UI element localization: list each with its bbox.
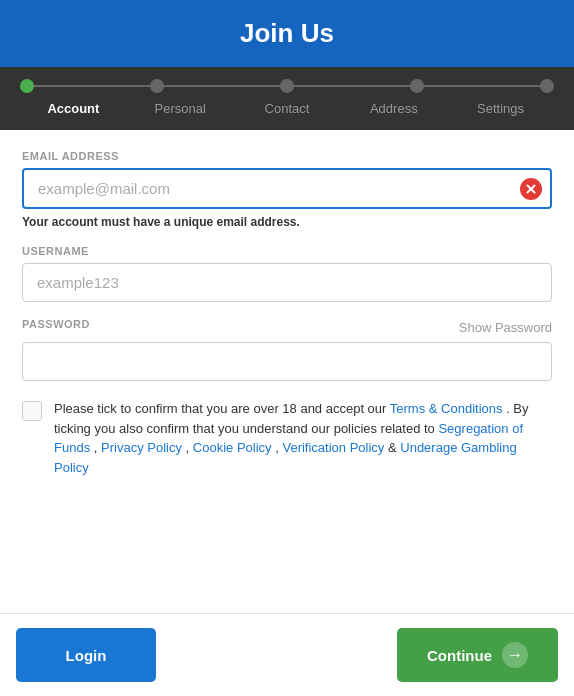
login-button[interactable]: Login xyxy=(16,628,156,682)
stepper-track xyxy=(20,79,554,93)
stepper-label-address: Address xyxy=(340,101,447,116)
email-input[interactable] xyxy=(22,168,552,209)
username-label: USERNAME xyxy=(22,245,552,257)
show-password-button[interactable]: Show Password xyxy=(459,320,552,335)
username-field-group: USERNAME xyxy=(22,245,552,302)
stepper-label-account: Account xyxy=(20,101,127,116)
terms-text-3: , xyxy=(94,440,98,455)
stepper-labels: Account Personal Contact Address Setting… xyxy=(20,101,554,116)
terms-link-5[interactable]: Verification Policy xyxy=(282,440,384,455)
stepper-label-contact: Contact xyxy=(234,101,341,116)
page-header: Join Us xyxy=(0,0,574,67)
stepper-label-settings: Settings xyxy=(447,101,554,116)
continue-arrow-icon: → xyxy=(502,642,528,668)
email-field-group: EMAIL ADDRESS Your account must have a u… xyxy=(22,150,552,229)
email-input-wrapper xyxy=(22,168,552,209)
terms-checkbox[interactable] xyxy=(22,401,42,421)
email-label: EMAIL ADDRESS xyxy=(22,150,552,162)
password-field-group: PASSWORD Show Password xyxy=(22,318,552,381)
stepper-dot-2 xyxy=(280,79,294,93)
terms-link-4[interactable]: Cookie Policy xyxy=(193,440,272,455)
stepper: Account Personal Contact Address Setting… xyxy=(0,67,574,130)
footer: Login Continue → xyxy=(0,613,574,696)
password-input[interactable] xyxy=(22,342,552,381)
terms-link-3[interactable]: Privacy Policy xyxy=(101,440,182,455)
continue-button[interactable]: Continue → xyxy=(397,628,558,682)
stepper-dot-3 xyxy=(410,79,424,93)
terms-link-1[interactable]: Terms & Conditions xyxy=(390,401,503,416)
stepper-dot-4 xyxy=(540,79,554,93)
terms-text-4: , xyxy=(186,440,190,455)
page-title: Join Us xyxy=(240,18,334,48)
terms-text-5: , xyxy=(275,440,279,455)
password-header: PASSWORD Show Password xyxy=(22,318,552,336)
clear-email-icon[interactable] xyxy=(520,178,542,200)
stepper-dot-1 xyxy=(150,79,164,93)
terms-text-1: Please tick to confirm that you are over… xyxy=(54,401,386,416)
terms-text-6: & xyxy=(388,440,400,455)
main-form: EMAIL ADDRESS Your account must have a u… xyxy=(0,130,574,613)
terms-area: Please tick to confirm that you are over… xyxy=(22,399,552,477)
stepper-label-personal: Personal xyxy=(127,101,234,116)
terms-text: Please tick to confirm that you are over… xyxy=(54,399,552,477)
password-input-wrapper xyxy=(22,342,552,381)
password-label: PASSWORD xyxy=(22,318,90,330)
continue-label: Continue xyxy=(427,647,492,664)
username-input[interactable] xyxy=(22,263,552,302)
username-input-wrapper xyxy=(22,263,552,302)
stepper-dot-0 xyxy=(20,79,34,93)
email-hint: Your account must have a unique email ad… xyxy=(22,215,552,229)
